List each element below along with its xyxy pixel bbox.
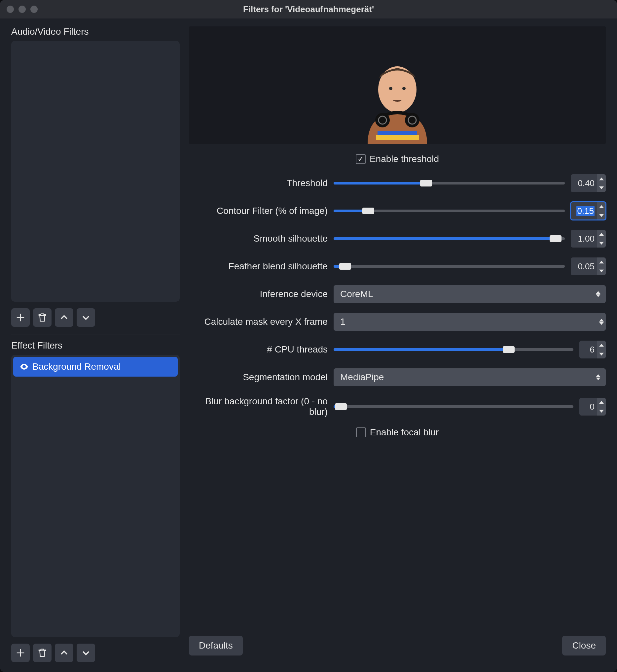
av-filters-label: Audio/Video Filters	[11, 26, 180, 37]
smooth-step-up[interactable]	[597, 230, 606, 239]
trash-icon	[37, 648, 47, 658]
plus-icon	[15, 313, 25, 322]
plus-icon	[15, 648, 25, 658]
svg-point-8	[389, 87, 392, 90]
svg-point-4	[375, 113, 390, 127]
move-fx-filter-up-button[interactable]	[55, 644, 73, 662]
window-controls	[7, 6, 38, 13]
main-panel: Enable threshold Threshold 0.40	[189, 26, 606, 662]
blur-factor-row: Blur background factor (0 - no blur) 0	[189, 396, 606, 417]
inference-device-row: Inference device CoreML	[189, 285, 606, 303]
blur-factor-step-down[interactable]	[597, 407, 606, 415]
chevron-up-icon	[59, 313, 69, 322]
blur-factor-slider[interactable]	[334, 402, 573, 412]
cpu-threads-label: # CPU threads	[189, 344, 328, 355]
inference-device-label: Inference device	[189, 289, 328, 299]
enable-focal-blur-row: Enable focal blur	[189, 427, 606, 438]
preview-person-icon	[348, 58, 447, 144]
sidebar-divider	[11, 334, 180, 334]
fx-filter-item-background-removal[interactable]: Background Removal	[13, 357, 178, 377]
inference-device-value: CoreML	[340, 289, 373, 299]
cpu-threads-row: # CPU threads 6	[189, 341, 606, 358]
fx-filter-item-label: Background Removal	[32, 361, 121, 372]
window-title: Filters for 'Videoaufnahmegerät'	[0, 4, 617, 15]
threshold-label: Threshold	[189, 178, 328, 189]
cpu-threads-value: 6	[590, 345, 595, 355]
feather-slider[interactable]	[334, 261, 565, 271]
enable-focal-blur-checkbox[interactable]	[356, 427, 366, 437]
dropdown-arrows-icon	[594, 291, 602, 297]
add-av-filter-button[interactable]	[11, 308, 30, 327]
cpu-threads-step-down[interactable]	[597, 350, 606, 358]
seg-model-dropdown[interactable]: MediaPipe	[334, 368, 606, 386]
enable-threshold-checkbox[interactable]	[356, 154, 366, 164]
remove-fx-filter-button[interactable]	[33, 644, 51, 662]
svg-rect-2	[378, 131, 417, 135]
close-button[interactable]: Close	[562, 636, 606, 656]
smooth-slider[interactable]	[334, 234, 565, 244]
svg-point-9	[402, 87, 406, 90]
contour-step-down[interactable]	[597, 211, 606, 220]
defaults-button[interactable]: Defaults	[189, 636, 243, 656]
feather-value: 0.05	[578, 261, 595, 272]
av-filters-buttons	[11, 308, 180, 327]
chevron-down-icon	[81, 648, 91, 658]
cpu-threads-slider[interactable]	[334, 345, 573, 354]
av-filters-list[interactable]	[11, 41, 180, 302]
feather-row: Feather blend silhouette 0.05	[189, 258, 606, 275]
feather-step-up[interactable]	[597, 258, 606, 266]
threshold-row: Threshold 0.40	[189, 174, 606, 192]
svg-point-6	[405, 113, 419, 127]
smooth-spinbox[interactable]: 1.00	[571, 230, 606, 248]
eye-icon	[19, 362, 29, 372]
cpu-threads-spinbox[interactable]: 6	[579, 341, 606, 358]
mask-frame-step-up[interactable]	[597, 319, 606, 322]
mask-frame-step-down[interactable]	[597, 322, 606, 325]
smooth-step-down[interactable]	[597, 239, 606, 248]
threshold-value: 0.40	[578, 178, 595, 189]
blur-factor-step-up[interactable]	[597, 398, 606, 407]
seg-model-row: Segmentation model MediaPipe	[189, 368, 606, 386]
chevron-down-icon	[81, 313, 91, 322]
move-av-filter-down-button[interactable]	[77, 308, 95, 327]
enable-threshold-row: Enable threshold	[189, 154, 606, 164]
threshold-slider[interactable]	[334, 178, 565, 188]
svg-point-0	[23, 366, 25, 368]
blur-factor-spinbox[interactable]: 0	[579, 398, 606, 415]
blur-factor-value: 0	[590, 402, 595, 412]
add-fx-filter-button[interactable]	[11, 644, 30, 662]
mask-frame-row: Calculate mask every X frame 1	[189, 313, 606, 331]
chevron-up-icon	[59, 648, 69, 658]
titlebar: Filters for 'Videoaufnahmegerät'	[0, 0, 617, 18]
seg-model-value: MediaPipe	[340, 372, 384, 382]
contour-row: Contour Filter (% of image) 0.15	[189, 202, 606, 220]
smooth-value: 1.00	[578, 234, 595, 244]
smooth-label: Smooth silhouette	[189, 233, 328, 244]
mask-frame-stepper[interactable]: 1	[334, 313, 606, 331]
smooth-row: Smooth silhouette 1.00	[189, 230, 606, 248]
contour-slider[interactable]	[334, 206, 565, 216]
contour-value: 0.15	[576, 206, 595, 216]
cpu-threads-step-up[interactable]	[597, 341, 606, 350]
filters-window: Filters for 'Videoaufnahmegerät' Audio/V…	[0, 0, 617, 672]
threshold-step-down[interactable]	[597, 183, 606, 192]
mask-frame-value: 1	[340, 317, 346, 327]
feather-step-down[interactable]	[597, 266, 606, 275]
remove-av-filter-button[interactable]	[33, 308, 51, 327]
minimize-window-icon[interactable]	[18, 6, 26, 13]
window-body: Audio/Video Filters Effect Filters	[0, 18, 617, 672]
threshold-step-up[interactable]	[597, 174, 606, 183]
maximize-window-icon[interactable]	[30, 6, 38, 13]
contour-spinbox[interactable]: 0.15	[571, 202, 606, 220]
fx-filters-list[interactable]: Background Removal	[11, 355, 180, 637]
move-fx-filter-down-button[interactable]	[77, 644, 95, 662]
contour-step-up[interactable]	[597, 202, 606, 211]
fx-filters-label: Effect Filters	[11, 340, 180, 351]
move-av-filter-up-button[interactable]	[55, 308, 73, 327]
inference-device-dropdown[interactable]: CoreML	[334, 285, 606, 303]
threshold-spinbox[interactable]: 0.40	[571, 174, 606, 192]
trash-icon	[37, 313, 47, 322]
feather-spinbox[interactable]: 0.05	[571, 258, 606, 275]
sidebar: Audio/Video Filters Effect Filters	[11, 26, 180, 662]
close-window-icon[interactable]	[7, 6, 14, 13]
